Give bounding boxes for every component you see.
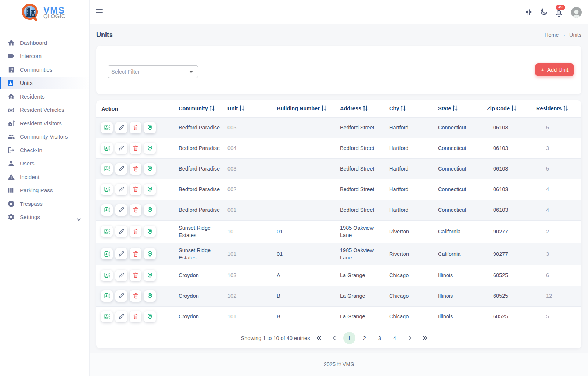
svg-text:QLOGIC: QLOGIC: [43, 13, 65, 19]
